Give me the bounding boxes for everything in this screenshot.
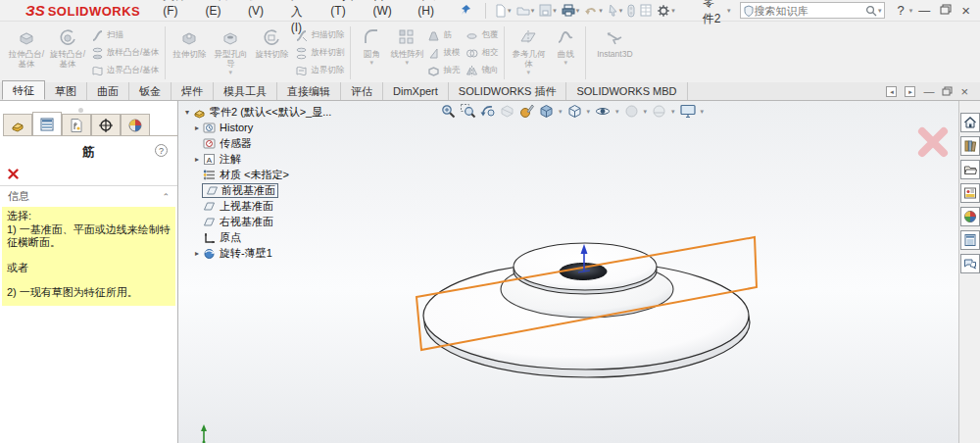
- swept-cut-button[interactable]: 扫描切除: [292, 26, 347, 44]
- edit-appearance-icon[interactable]: [517, 103, 536, 120]
- tab-direct-editing[interactable]: 直接编辑: [277, 82, 341, 100]
- tab-features[interactable]: 特征: [2, 80, 45, 100]
- chevron-down-icon[interactable]: ▾: [615, 108, 619, 116]
- close-doc-icon[interactable]: ×: [960, 85, 968, 98]
- mirror-button[interactable]: 镜向: [463, 62, 501, 79]
- home-icon[interactable]: [960, 113, 980, 132]
- tree-item-label[interactable]: 上视基准面: [220, 199, 273, 214]
- confirmation-cancel-icon[interactable]: [916, 126, 950, 158]
- chevron-down-icon[interactable]: ▾: [508, 7, 512, 15]
- hide-show-items-icon[interactable]: [593, 103, 612, 120]
- tree-item-label[interactable]: 材质 <未指定>: [220, 168, 289, 182]
- tree-collapse-icon[interactable]: ▾: [182, 108, 192, 117]
- pin-menu-icon[interactable]: [460, 2, 471, 20]
- minimize-icon[interactable]: —: [918, 5, 930, 17]
- tree-item-front-plane[interactable]: 前视基准面: [182, 182, 331, 198]
- tab-surfaces[interactable]: 曲面: [87, 82, 129, 100]
- zoom-to-fit-icon[interactable]: [439, 103, 458, 120]
- tree-item-label[interactable]: 传感器: [220, 136, 252, 151]
- revolved-cut-button[interactable]: 旋转切除: [251, 24, 292, 82]
- tree-root-label[interactable]: 零件2 (默认<<默认>_显...: [210, 105, 331, 120]
- cancel-x-icon[interactable]: [8, 169, 19, 179]
- configuration-manager-tab[interactable]: [62, 114, 91, 135]
- chevron-down-icon[interactable]: ▾: [370, 59, 374, 67]
- tree-item-label[interactable]: 注解: [220, 152, 241, 167]
- zoom-to-area-icon[interactable]: [459, 103, 477, 120]
- appearances-icon[interactable]: [622, 103, 641, 120]
- tree-expand-icon[interactable]: ▸: [192, 155, 202, 164]
- tree-expand-icon[interactable]: ▸: [192, 249, 202, 258]
- chevron-down-icon[interactable]: ▾: [671, 108, 675, 116]
- view-palette-icon[interactable]: [960, 183, 980, 203]
- prev-pane-icon[interactable]: ◂: [886, 86, 897, 97]
- save-icon[interactable]: ▾: [537, 3, 559, 18]
- tree-item-label[interactable]: 右视基准面: [220, 215, 273, 229]
- feature-manager-tab[interactable]: [3, 114, 32, 135]
- swept-boss-button[interactable]: 扫描: [88, 26, 162, 44]
- appearances-scenes-icon[interactable]: [960, 207, 980, 226]
- tree-expand-icon[interactable]: ▸: [192, 123, 202, 132]
- chevron-down-icon[interactable]: ▾: [559, 108, 563, 116]
- design-library-icon[interactable]: [960, 136, 980, 156]
- apply-scene-icon[interactable]: [650, 103, 668, 120]
- tree-item-material[interactable]: 材质 <未指定>: [182, 167, 331, 182]
- forum-icon[interactable]: [960, 254, 980, 273]
- dimxpert-manager-tab[interactable]: [91, 114, 121, 135]
- chevron-down-icon[interactable]: ▾: [671, 7, 675, 15]
- close-icon[interactable]: ×: [961, 3, 970, 18]
- rebuild-icon[interactable]: [625, 3, 637, 19]
- tree-item-top-plane[interactable]: 上视基准面: [182, 198, 331, 214]
- chevron-down-icon[interactable]: ▾: [587, 108, 591, 116]
- selected-tree-item[interactable]: 前视基准面: [202, 183, 278, 198]
- lofted-cut-button[interactable]: 放样切割: [292, 44, 347, 62]
- custom-properties-icon[interactable]: [960, 230, 980, 250]
- wrap-button[interactable]: 包覆: [463, 26, 501, 44]
- revolved-thin-part[interactable]: [423, 243, 750, 377]
- previous-view-icon[interactable]: [478, 103, 497, 120]
- lofted-boss-button[interactable]: 放样凸台/基体: [88, 44, 162, 62]
- tree-item-right-plane[interactable]: 右视基准面: [182, 214, 331, 229]
- undo-icon[interactable]: ▾: [582, 4, 605, 18]
- revolved-boss-button[interactable]: 旋转凸台/基体: [47, 24, 88, 82]
- chevron-down-icon[interactable]: ▾: [878, 7, 882, 15]
- tab-dimxpert[interactable]: DimXpert: [383, 82, 449, 100]
- tree-root[interactable]: ▾ 零件2 (默认<<默认>_显...: [182, 104, 331, 120]
- knowledge-search[interactable]: ▾: [740, 2, 885, 19]
- chevron-down-icon[interactable]: ▾: [406, 59, 410, 67]
- panel-splitter-handle[interactable]: [78, 108, 83, 113]
- active-document-name[interactable]: 零件2▾: [703, 0, 731, 27]
- hole-wizard-button[interactable]: 异型孔向导 ▾: [210, 24, 251, 82]
- open-file-icon[interactable]: ▾: [514, 3, 537, 18]
- new-file-icon[interactable]: ▾: [492, 3, 514, 19]
- intersect-button[interactable]: 相交: [463, 44, 501, 62]
- info-section-header[interactable]: 信息 ⌃: [0, 186, 177, 206]
- minimize-doc-icon[interactable]: —: [923, 86, 934, 97]
- next-pane-icon[interactable]: ▸: [905, 86, 915, 97]
- tab-sw-mbd[interactable]: SOLIDWORKS MBD: [566, 82, 687, 100]
- rib-button[interactable]: 筋: [424, 26, 463, 44]
- boundary-boss-button[interactable]: 边界凸台/基体: [88, 62, 162, 79]
- file-explorer-icon[interactable]: [960, 160, 980, 179]
- chevron-down-icon[interactable]: ▾: [644, 108, 648, 116]
- linear-pattern-button[interactable]: 线性阵列 ▾: [389, 24, 424, 82]
- chevron-down-icon[interactable]: ▾: [531, 7, 535, 15]
- chevron-down-icon[interactable]: ▾: [229, 69, 233, 76]
- restore-doc-icon[interactable]: [942, 86, 953, 98]
- tree-item-label[interactable]: 前视基准面: [221, 183, 275, 198]
- graphics-viewport[interactable]: ▾ 零件2 (默认<<默认>_显... ▸ History 传感器 ▸ A 注解: [178, 101, 958, 443]
- chevron-down-icon[interactable]: ▾: [527, 69, 531, 76]
- chevron-down-icon[interactable]: ▾: [576, 7, 580, 15]
- instant3d-button[interactable]: Instant3D: [589, 24, 640, 82]
- tree-item-sensors[interactable]: 传感器: [182, 135, 331, 151]
- tree-item-history[interactable]: ▸ History: [182, 120, 331, 135]
- search-input[interactable]: [754, 5, 864, 17]
- tab-weldments[interactable]: 焊件: [172, 82, 214, 100]
- reference-geometry-button[interactable]: 参考几何体 ▾: [508, 24, 549, 82]
- section-view-icon[interactable]: [498, 103, 516, 120]
- restore-icon[interactable]: [940, 4, 952, 17]
- curves-button[interactable]: 曲线 ▾: [549, 24, 582, 82]
- tree-item-annotations[interactable]: ▸ A 注解: [182, 151, 331, 167]
- tree-item-label[interactable]: 原点: [220, 230, 241, 245]
- help-circle-icon[interactable]: ?: [155, 144, 168, 157]
- view-orientation-icon[interactable]: [537, 103, 556, 120]
